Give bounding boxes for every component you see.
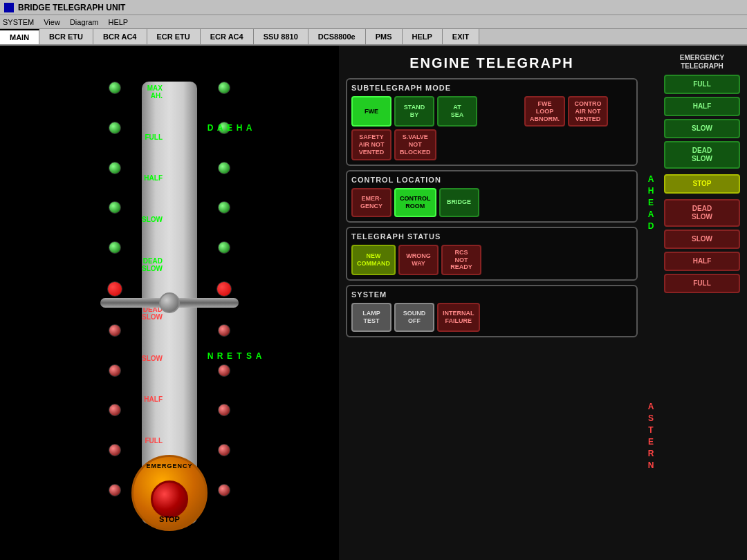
subtelegraph-title: SUBTELEGRAPH MODE	[351, 84, 632, 92]
right-panel: ENGINE TELEGRAPH SUBTELEGRAPH MODE FWE S…	[339, 46, 747, 560]
left-panel: AHEAD ASTERN	[0, 46, 339, 560]
dot-right-4	[218, 201, 230, 214]
emerg-btn-dead-slow-as[interactable]: DEADSLOW	[664, 199, 740, 227]
control-location-panel: CONTROL LOCATION EMER-GENCY CONTROLROOM …	[346, 170, 638, 223]
ahead-vertical-label: AHEAD	[205, 123, 254, 136]
control-location-title: CONTROL LOCATION	[351, 176, 632, 184]
label-max-ah: MAXAH.	[147, 84, 163, 100]
btn-sound-off[interactable]: SOUNDOFF	[394, 303, 434, 332]
emergency-stop-button[interactable]	[151, 480, 188, 518]
tab-pms[interactable]: PMS	[366, 29, 403, 44]
system-buttons: LAMPTEST SOUNDOFF INTERNALFAILURE	[351, 303, 632, 332]
tab-bcr-ac4[interactable]: BCR AC4	[93, 29, 147, 44]
emerg-btn-stop[interactable]: STOP	[664, 174, 740, 194]
btn-contro-air[interactable]: CONTROAIR NOTVENTED	[568, 96, 608, 127]
tab-help[interactable]: HELP	[403, 29, 443, 44]
title-bar-text: BRIDGE TELEGRAPH UNIT	[18, 3, 125, 12]
app-icon	[4, 3, 14, 12]
emerg-btn-full-ah[interactable]: FULL	[664, 75, 740, 94]
emergency-telegraph-title: EMERGENCYTELEGRAPH	[664, 53, 740, 72]
dot-left-6	[109, 324, 121, 337]
btn-fwe-loop[interactable]: FWELOOPABNORM.	[524, 96, 565, 127]
telegraph-status-panel: TELEGRAPH STATUS NEWCOMMAND WRONGWAY RCS…	[346, 227, 638, 281]
label-dead-slow-as: DEADSLOW	[142, 306, 163, 321]
dot-right-7	[218, 364, 230, 377]
btn-rcs-not-ready[interactable]: RCSNOTREADY	[441, 245, 481, 275]
telegraph-status-buttons: NEWCOMMAND WRONGWAY RCSNOTREADY	[351, 245, 632, 275]
label-full-ah: FULL	[145, 133, 163, 141]
center-pointer	[100, 298, 239, 308]
title-bar: BRIDGE TELEGRAPH UNIT	[0, 0, 747, 15]
tab-ecr-ac4[interactable]: ECR AC4	[201, 29, 254, 44]
emerg-btn-full-as[interactable]: FULL	[664, 274, 740, 293]
dot-right-6	[218, 324, 230, 337]
tab-ssu8810[interactable]: SSU 8810	[254, 29, 308, 44]
dot-left-10	[109, 484, 121, 496]
stop-label: STOP	[159, 515, 180, 523]
astern-vertical-label: ASTERN	[205, 351, 264, 364]
label-dead-slow-ah: DEADSLOW	[142, 257, 163, 272]
telegraph-container: AHEAD ASTERN	[66, 68, 273, 538]
emergency-stop[interactable]: EMERGENCY STOP	[131, 455, 208, 531]
btn-standby[interactable]: STANDBY	[394, 96, 434, 127]
emerg-btn-half-ah[interactable]: HALF	[664, 97, 740, 116]
menu-system[interactable]: SYSTEM	[3, 18, 34, 26]
emergency-stop-outer[interactable]: EMERGENCY STOP	[131, 455, 208, 531]
subtelegraph-mode-panel: SUBTELEGRAPH MODE FWE STANDBY ATSEA FWEL…	[346, 78, 638, 166]
tab-main[interactable]: MAIN	[0, 29, 39, 44]
label-half-ah: HALF	[144, 174, 163, 182]
system-title: SYSTEM	[351, 290, 632, 299]
engine-section: ENGINE TELEGRAPH SUBTELEGRAPH MODE FWE S…	[346, 53, 638, 553]
tab-ecr-etu[interactable]: ECR ETU	[147, 29, 201, 44]
btn-fwe[interactable]: FWE	[351, 96, 391, 127]
engine-telegraph-title: ENGINE TELEGRAPH	[346, 53, 638, 74]
dot-left-3	[109, 162, 121, 174]
emergency-stop-label: EMERGENCY	[146, 463, 192, 469]
subtelegraph-buttons: FWE STANDBY ATSEA FWELOOPABNORM. CONTROA…	[351, 96, 632, 160]
position-labels: MAXAH. FULL HALF SLOW DEADSLOW DEADSLOW …	[142, 68, 163, 510]
menu-view[interactable]: View	[44, 18, 60, 26]
dot-right-10	[218, 484, 230, 496]
dot-left-2	[109, 122, 121, 134]
dot-left-center	[107, 281, 122, 297]
emerg-btn-slow-ah[interactable]: SLOW	[664, 119, 740, 138]
dot-right-9	[218, 444, 230, 456]
label-half-as: HALF	[144, 395, 163, 403]
tab-bar: MAIN BCR ETU BCR AC4 ECR ETU ECR AC4 SSU…	[0, 29, 747, 46]
btn-wrong-way[interactable]: WRONGWAY	[398, 245, 439, 275]
btn-new-command[interactable]: NEWCOMMAND	[351, 245, 396, 275]
dot-left-5	[109, 241, 121, 254]
btn-emergency[interactable]: EMER-GENCY	[351, 188, 391, 217]
dots-left	[107, 68, 122, 510]
dot-left-1	[109, 82, 121, 94]
tab-dcs8800e[interactable]: DCS8800e	[308, 29, 366, 44]
system-panel: SYSTEM LAMPTEST SOUNDOFF INTERNALFAILURE	[346, 285, 638, 337]
astern-side-label: ASTERN	[646, 320, 656, 553]
btn-bridge[interactable]: BRIDGE	[439, 188, 479, 217]
pointer-shaft	[100, 298, 239, 308]
emerg-btn-slow-as[interactable]: SLOW	[664, 230, 740, 249]
menu-diagram[interactable]: Diagram	[70, 18, 99, 26]
emerg-btn-dead-slow-ah[interactable]: DEADSLOW	[664, 141, 740, 169]
label-slow-as: SLOW	[142, 355, 163, 362]
control-location-buttons: EMER-GENCY CONTROLROOM BRIDGE	[351, 188, 632, 217]
dot-right-1	[218, 82, 230, 94]
btn-internal-failure[interactable]: INTERNALFAILURE	[437, 303, 480, 332]
tab-bcr-etu[interactable]: BCR ETU	[39, 29, 93, 44]
pointer-knob	[159, 292, 180, 313]
ahead-side-label: AHEAD	[646, 80, 656, 320]
btn-at-sea[interactable]: ATSEA	[437, 96, 477, 127]
label-slow-ah: SLOW	[142, 216, 163, 223]
emerg-btn-half-as[interactable]: HALF	[664, 252, 740, 271]
tab-exit[interactable]: EXIT	[443, 29, 479, 44]
dot-right-8	[218, 404, 230, 416]
btn-control-room[interactable]: CONTROLROOM	[394, 188, 436, 217]
side-labels: AHEAD ASTERN	[643, 53, 658, 553]
dot-left-9	[109, 444, 121, 456]
dot-right-5	[218, 241, 230, 254]
btn-lamp-test[interactable]: LAMPTEST	[351, 303, 391, 332]
btn-svalve[interactable]: S.VALVENOTBLOCKED	[394, 129, 436, 160]
dot-left-8	[109, 404, 121, 416]
menu-help[interactable]: HELP	[108, 18, 128, 26]
btn-safety-air[interactable]: SAFETYAIR NOTVENTED	[351, 129, 391, 160]
